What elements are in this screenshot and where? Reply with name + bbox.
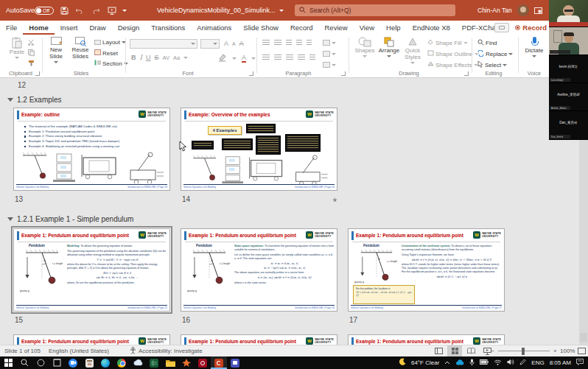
weather-text[interactable]: 64°F Clear [411, 359, 439, 366]
slide-thumbnail-20[interactable]: Example 1: Pendulum around equilibrium p… [348, 334, 505, 345]
layout-button[interactable]: Layout [94, 39, 126, 46]
zoom-in-button[interactable]: + [553, 345, 557, 356]
search-input[interactable] [309, 7, 435, 14]
participant-audio-tile[interactable]: Aveline_李明玥 Aveline_李明玥 [549, 83, 588, 111]
avatar[interactable] [517, 0, 529, 21]
paragraph-dialog-launcher[interactable] [341, 71, 346, 76]
new-slide-button[interactable]: New Slide [46, 37, 66, 63]
clear-formatting-button[interactable]: A [239, 40, 244, 47]
toolbar-options-caret[interactable] [122, 0, 127, 21]
user-name[interactable]: Chin-An Tan [477, 0, 512, 21]
align-right-icon[interactable] [286, 55, 293, 60]
battery-icon[interactable] [480, 359, 489, 366]
cut-button[interactable] [28, 39, 35, 46]
columns-icon[interactable] [309, 55, 315, 60]
strikethrough-button[interactable]: S [155, 54, 159, 61]
autosave-toggle[interactable]: Off [35, 0, 54, 21]
format-painter-button[interactable] [28, 60, 35, 66]
tab-animations[interactable]: Animations [191, 21, 237, 35]
line-spacing-icon[interactable] [307, 40, 312, 46]
slide-thumbnail-13[interactable]: Example: outline W WAYNE STATEUNIVERSITY… [13, 108, 170, 191]
redo-icon[interactable] [91, 0, 100, 21]
shape-effects-button[interactable]: Shape Effects [427, 61, 478, 68]
participant-audio-tile[interactable]: kevin 柯冠文 kevin 柯冠文 [549, 55, 588, 83]
dictate-button[interactable]: Dictate [522, 37, 547, 57]
tab-endnote[interactable]: EndNote X8 [407, 21, 456, 35]
change-case-button[interactable]: Aa [173, 55, 180, 61]
zoom-level[interactable]: 100% [560, 345, 575, 356]
smartart-button[interactable] [323, 62, 336, 68]
teams-button[interactable] [227, 356, 243, 369]
reuse-slides-button[interactable]: Reuse Slides [69, 37, 91, 60]
zoom-slider-thumb[interactable] [522, 348, 525, 355]
file-explorer-button[interactable] [162, 356, 178, 369]
indent-increase-icon[interactable] [296, 40, 302, 46]
tab-home[interactable]: Home [23, 21, 54, 35]
arrange-button[interactable]: Arrange [378, 37, 400, 57]
edge-button[interactable] [97, 356, 113, 369]
pen-icon[interactable] [519, 359, 526, 367]
justify-icon[interactable] [298, 55, 305, 60]
replace-button[interactable]: Replace [477, 50, 513, 58]
drawing-dialog-launcher[interactable] [464, 71, 469, 76]
tray-expand-chevron[interactable] [444, 359, 450, 366]
paste-button[interactable]: Paste [6, 37, 28, 59]
action-center-icon[interactable] [576, 359, 584, 367]
highlight-pen-icon[interactable] [218, 54, 227, 63]
matlab-button[interactable] [178, 356, 195, 369]
tab-review[interactable]: Review [319, 21, 354, 35]
wifi-icon[interactable] [494, 359, 502, 367]
record-button[interactable]: Record [515, 24, 547, 32]
underline-button[interactable]: U [146, 54, 151, 61]
zoom-out-button[interactable]: − [491, 345, 494, 356]
cloud-app-button[interactable] [130, 356, 146, 369]
grow-font-button[interactable]: A [224, 40, 228, 47]
slide-thumbnail-14[interactable]: Example: Overview of the examples W WAYN… [181, 108, 337, 191]
select-button[interactable]: Select [477, 61, 507, 69]
tab-draw[interactable]: Draw [83, 21, 111, 35]
zoom-app-button[interactable] [65, 356, 81, 369]
bullets-icon[interactable] [262, 40, 270, 46]
bold-button[interactable]: B [131, 54, 136, 61]
participant-video-tile[interactable] [549, 0, 588, 27]
accessibility-status[interactable]: Accessibility: Investigate [130, 345, 203, 356]
normal-view-button[interactable] [431, 345, 446, 356]
slide-sorter-view-button[interactable] [447, 345, 462, 356]
tab-file[interactable]: File [0, 21, 23, 35]
align-text-button[interactable] [323, 51, 336, 57]
text-direction-button[interactable] [323, 40, 336, 46]
notes-app-button[interactable] [81, 356, 97, 369]
font-size-select[interactable] [200, 39, 220, 49]
numbering-icon[interactable] [274, 40, 281, 46]
find-button[interactable]: Find [477, 39, 497, 47]
participant-audio-tile[interactable]: Dan_黄丹玲 Dan_黄丹玲 [549, 111, 588, 140]
tab-record[interactable]: Record [284, 21, 319, 35]
language-status[interactable]: English (United States) [49, 345, 109, 356]
section-button[interactable]: Section [94, 60, 128, 67]
font-dialog-launcher[interactable] [249, 71, 253, 76]
tab-help[interactable]: Help [380, 21, 407, 35]
clock[interactable]: 8:05 AM [550, 359, 571, 366]
reset-button[interactable]: Reset [94, 49, 118, 57]
comments-button[interactable] [494, 23, 509, 32]
task-view-button[interactable] [49, 356, 65, 369]
input-language[interactable]: ENG [531, 359, 544, 366]
slide-thumbnail-15[interactable]: Example 1: Pendulum around equilibrium p… [13, 228, 170, 312]
tab-slide-show[interactable]: Slide Show [237, 21, 284, 35]
start-slideshow-icon[interactable] [108, 0, 116, 21]
align-left-icon[interactable] [262, 55, 270, 60]
copy-button[interactable] [28, 49, 35, 56]
slide-thumbnail-16[interactable]: Example 1: Pendulum around equilibrium p… [181, 228, 337, 312]
tab-design[interactable]: Design [112, 21, 146, 35]
char-spacing-button[interactable]: AV [163, 55, 169, 61]
align-center-icon[interactable] [274, 55, 281, 60]
onedrive-icon[interactable] [455, 359, 464, 367]
shapes-button[interactable]: Shapes [354, 37, 376, 57]
fit-to-window-button[interactable] [578, 345, 586, 356]
clipboard-dialog-launcher[interactable] [35, 71, 40, 76]
undo-icon[interactable] [75, 0, 84, 21]
presenter-view-icon[interactable] [534, 0, 542, 21]
indent-decrease-icon[interactable] [286, 40, 292, 46]
start-button[interactable] [0, 356, 16, 369]
section-header-examples[interactable]: 1.2 Examples [7, 96, 62, 104]
